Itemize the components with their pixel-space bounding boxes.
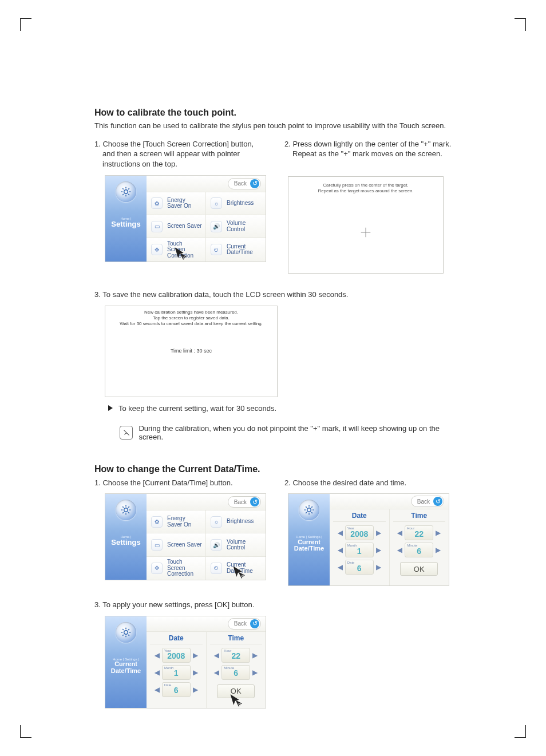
chevron-left-icon[interactable]: ▶: [338, 546, 343, 554]
tile-touch-correction[interactable]: ✥ Touch ScreenCorrection: [147, 557, 206, 580]
chevron-right-icon[interactable]: ▶: [436, 529, 441, 537]
chevron-left-icon[interactable]: ▶: [338, 563, 343, 571]
sun-icon: ☼: [211, 516, 222, 528]
field-label: Minute: [407, 544, 417, 547]
year-field[interactable]: Year2008: [162, 648, 191, 663]
crop-mark: [515, 18, 526, 31]
tile-label: Current: [227, 561, 246, 568]
step-text: 3. To save the new calibration data, tou…: [94, 290, 457, 300]
field-value: 22: [231, 652, 240, 660]
date-field[interactable]: Date6: [345, 560, 374, 575]
field-label: Date: [164, 683, 172, 687]
chevron-left-icon[interactable]: ▶: [214, 668, 219, 676]
clock-icon: ⏲: [211, 244, 222, 255]
tile-date-time[interactable]: ⏲ CurrentDate/Time: [206, 238, 266, 261]
tile-touch-correction[interactable]: ✥ Touch ScreenCorrection: [147, 238, 206, 261]
tile-volume[interactable]: 🔊 VolumeControl: [206, 533, 266, 556]
svg-point-5: [124, 630, 128, 634]
section-heading: How to calibrate the touch point.: [94, 108, 457, 118]
back-icon: ↺: [250, 497, 259, 506]
field-value: 2008: [350, 530, 368, 538]
back-button[interactable]: Back ↺: [228, 178, 261, 189]
chevron-left-icon[interactable]: ▶: [155, 668, 160, 676]
month-spinner: ▶ Month1 ▶: [338, 543, 381, 557]
step-col-2: 2. Press down lightly on the center of t…: [284, 139, 457, 274]
settings-screenshot: Home | Settings Back ↺: [105, 175, 266, 262]
hour-field[interactable]: Hour22: [221, 648, 250, 663]
chevron-right-icon[interactable]: ▶: [193, 651, 198, 659]
chevron-right-icon[interactable]: ▶: [252, 651, 258, 659]
tile-label: Control: [227, 545, 246, 551]
field-value: 2008: [167, 652, 185, 660]
tile-label: Volume: [227, 539, 246, 545]
chevron-left-icon[interactable]: ▶: [338, 529, 343, 537]
leaf-icon: ✿: [151, 516, 163, 528]
tile-label: Volume: [227, 220, 246, 226]
chevron-right-icon[interactable]: ▶: [252, 668, 258, 676]
hour-spinner: ▶ Hour22 ▶: [214, 648, 258, 663]
chevron-right-icon[interactable]: ▶: [193, 686, 198, 694]
settings-screenshot: Home | Settings Back ↺: [105, 493, 266, 580]
chevron-right-icon[interactable]: ▶: [376, 563, 381, 571]
panel-body: Back ↺ ✿ EnergySaver On ☼ Brightne: [147, 494, 266, 580]
ok-button[interactable]: OK: [400, 562, 438, 576]
panel-sidebar: Home | Settings | Current Date/Time: [288, 494, 330, 586]
tile-energy-saver[interactable]: ✿ EnergySaver On: [147, 192, 206, 215]
field-label: Year: [164, 649, 171, 652]
tile-brightness[interactable]: ☼ Brightness: [206, 192, 266, 215]
speaker-icon: 🔊: [211, 221, 222, 232]
sun-icon: ☼: [211, 197, 222, 209]
minute-field[interactable]: Minute6: [221, 665, 250, 680]
gear-icon: [116, 181, 136, 202]
tile-date-time[interactable]: ⏲ CurrentDate/Time: [206, 557, 266, 580]
tile-brightness[interactable]: ☼ Brightness: [206, 510, 266, 533]
back-button[interactable]: Back ↺: [228, 618, 261, 630]
panel-topbar: Back ↺: [330, 494, 449, 509]
date-column: Date ▶ Year2008 ▶ ▶ Month1 ▶ ▶: [147, 632, 206, 708]
panel-topbar: Back ↺: [147, 176, 266, 192]
chevron-left-icon[interactable]: ▶: [155, 686, 160, 694]
datetime-columns: Date ▶ Year2008 ▶ ▶ Month1 ▶: [330, 509, 449, 585]
sidebar-title: Settings: [111, 539, 140, 547]
chevron-right-icon[interactable]: ▶: [376, 529, 381, 537]
clock-icon: ⏲: [211, 563, 222, 574]
save-line: New calibration settings have been measu…: [120, 310, 263, 315]
tile-screen-saver[interactable]: ▭ Screen Saver: [147, 533, 206, 556]
year-field[interactable]: Year2008: [345, 525, 374, 540]
date-field[interactable]: Date6: [162, 682, 191, 697]
step-row-2: 1. Choose the [Current Data/Time] button…: [94, 478, 457, 587]
back-button[interactable]: Back ↺: [411, 496, 444, 507]
back-button[interactable]: Back ↺: [228, 496, 261, 508]
chevron-left-icon[interactable]: ▶: [397, 546, 402, 554]
sidebar-labels: Home | Settings: [111, 535, 140, 547]
month-field[interactable]: Month1: [162, 665, 191, 680]
ok-button[interactable]: OK: [217, 684, 255, 698]
chevron-left-icon[interactable]: ▶: [397, 529, 402, 537]
sidebar-title: Settings: [111, 220, 140, 228]
calibration-screenshot: Carefully press on the center of the tar…: [288, 176, 444, 274]
tile-volume[interactable]: 🔊 VolumeControl: [206, 215, 266, 238]
panel-body: Back ↺ Date ▶ Year2008 ▶ ▶: [147, 616, 266, 708]
chevron-right-icon[interactable]: ▶: [436, 546, 441, 554]
field-value: 6: [174, 686, 179, 694]
minute-field[interactable]: Minute6: [405, 543, 433, 557]
chevron-right-icon[interactable]: ▶: [376, 546, 381, 554]
time-column: Time ▶ Hour22 ▶ ▶ Minute6 ▶: [389, 509, 449, 585]
month-field[interactable]: Month1: [345, 543, 374, 557]
step-text: 1. Choose the [Touch Screen Correction] …: [94, 139, 267, 169]
tile-energy-saver[interactable]: ✿ EnergySaver On: [147, 510, 206, 533]
back-icon: ↺: [433, 497, 442, 506]
sidebar-labels: Home | Settings | Current Date/Time: [111, 658, 141, 675]
hour-field[interactable]: Hour22: [405, 525, 433, 540]
chevron-left-icon[interactable]: ▶: [214, 651, 219, 659]
datetime-screenshot: Home | Settings | Current Date/Time Back…: [105, 616, 266, 708]
panel-sidebar: Home | Settings | Current Date/Time: [105, 616, 147, 708]
time-limit: Time limit : 30 sec: [171, 348, 212, 354]
panel-topbar: Back ↺: [147, 494, 266, 510]
field-value: 6: [234, 669, 238, 677]
settings-grid: ✿ EnergySaver On ☼ Brightness ▭ Screen S…: [147, 510, 266, 580]
tile-screen-saver[interactable]: ▭ Screen Saver: [147, 215, 206, 238]
chevron-left-icon[interactable]: ▶: [155, 651, 160, 659]
chevron-right-icon[interactable]: ▶: [193, 668, 198, 676]
field-label: Minute: [224, 666, 234, 670]
